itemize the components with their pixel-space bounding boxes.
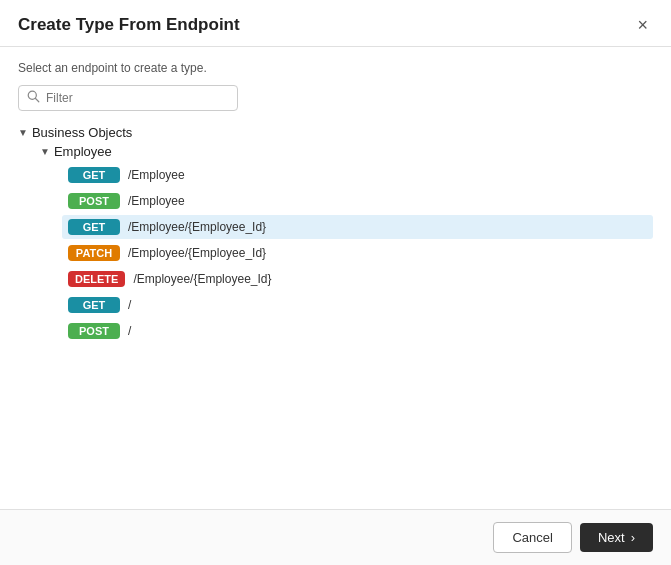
method-badge-post: POST xyxy=(68,323,120,339)
cancel-button[interactable]: Cancel xyxy=(493,522,571,553)
endpoint-path: / xyxy=(128,298,131,312)
dialog-body: Select an endpoint to create a type. ▼ B… xyxy=(0,47,671,509)
endpoint-row[interactable]: POST / xyxy=(62,319,653,343)
svg-line-1 xyxy=(36,99,39,102)
method-badge-get: GET xyxy=(68,297,120,313)
filter-input[interactable] xyxy=(46,91,229,105)
endpoint-row-selected[interactable]: GET /Employee/{Employee_Id} xyxy=(62,215,653,239)
endpoint-row[interactable]: POST /Employee xyxy=(62,189,653,213)
next-button[interactable]: Next › xyxy=(580,523,653,552)
tree-section: ▼ Business Objects ▼ Employee GET /Emplo… xyxy=(18,125,653,343)
filter-container xyxy=(18,85,238,111)
next-label: Next xyxy=(598,530,625,545)
endpoint-row[interactable]: PATCH /Employee/{Employee_Id} xyxy=(62,241,653,265)
method-badge-delete: DELETE xyxy=(68,271,125,287)
method-badge-get: GET xyxy=(68,219,120,235)
method-badge-post: POST xyxy=(68,193,120,209)
dialog-footer: Cancel Next › xyxy=(0,509,671,565)
create-type-dialog: Create Type From Endpoint × Select an en… xyxy=(0,0,671,565)
root-endpoint-list: GET / POST / xyxy=(62,293,653,343)
endpoint-row[interactable]: GET /Employee xyxy=(62,163,653,187)
business-objects-group[interactable]: ▼ Business Objects xyxy=(18,125,653,140)
endpoint-row[interactable]: DELETE /Employee/{Employee_Id} xyxy=(62,267,653,291)
endpoint-path: /Employee/{Employee_Id} xyxy=(128,246,266,260)
endpoint-path: / xyxy=(128,324,131,338)
employee-sub-group: ▼ Employee GET /Employee POST /Employee … xyxy=(40,144,653,291)
endpoint-row[interactable]: GET / xyxy=(62,293,653,317)
business-objects-chevron: ▼ xyxy=(18,127,28,138)
employee-chevron: ▼ xyxy=(40,146,50,157)
employee-label: Employee xyxy=(54,144,112,159)
endpoint-path: /Employee xyxy=(128,168,185,182)
employee-group-header[interactable]: ▼ Employee xyxy=(40,144,653,159)
close-button[interactable]: × xyxy=(632,14,653,36)
endpoint-path: /Employee/{Employee_Id} xyxy=(128,220,266,234)
employee-endpoint-list: GET /Employee POST /Employee GET /Employ… xyxy=(62,163,653,291)
dialog-subtitle: Select an endpoint to create a type. xyxy=(18,61,653,75)
search-icon xyxy=(27,90,40,106)
endpoint-path: /Employee/{Employee_Id} xyxy=(133,272,271,286)
endpoint-path: /Employee xyxy=(128,194,185,208)
next-arrow-icon: › xyxy=(631,530,635,545)
dialog-title: Create Type From Endpoint xyxy=(18,15,240,35)
method-badge-get: GET xyxy=(68,167,120,183)
dialog-header: Create Type From Endpoint × xyxy=(0,0,671,47)
method-badge-patch: PATCH xyxy=(68,245,120,261)
business-objects-label: Business Objects xyxy=(32,125,132,140)
